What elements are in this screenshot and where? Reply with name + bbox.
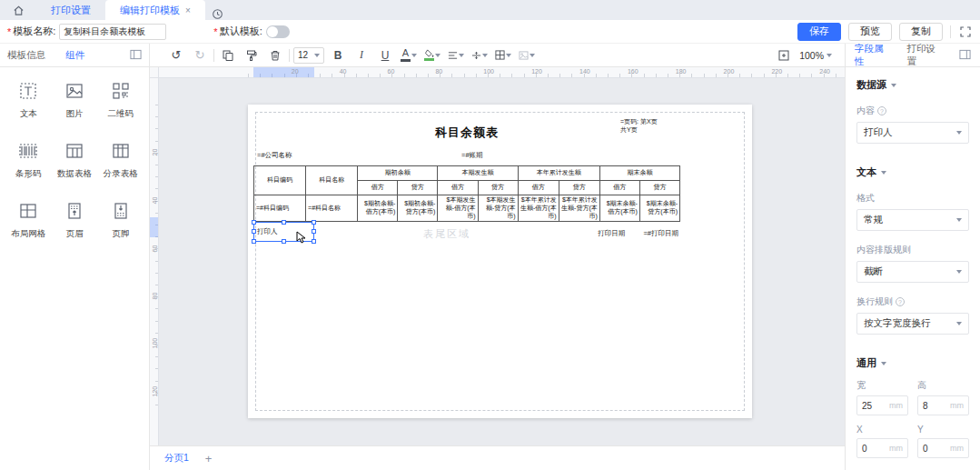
section-general[interactable]: 通用 [856,356,969,370]
component-image[interactable]: 图片 [52,80,98,120]
template-page[interactable]: =页码: 第X页 共Y页 科目余额表 =#公司名称 =#账期 科目编码 科目名称… [248,105,752,418]
preview-button[interactable]: 预览 [848,23,892,41]
template-name-input[interactable] [59,24,166,40]
component-entry-table[interactable]: 分录表格 [97,140,144,180]
ruler-label: 180 [676,68,687,75]
copy-button[interactable]: 复制 [899,23,943,41]
image-format-button[interactable] [517,46,537,65]
cell-period-credit[interactable]: $本期发生额-贷方(本币) [478,195,518,222]
close-icon[interactable]: × [185,5,191,15]
tab-template-info[interactable]: 模板信息 [7,49,45,62]
align-button[interactable] [446,46,466,65]
cell-closing-credit[interactable]: $期末余额-贷方(本币) [639,195,679,222]
tab-edit-print-template[interactable]: 编辑打印模板 × [105,0,205,20]
x-input-wrap: mm [856,438,908,458]
resize-handle[interactable] [312,220,316,225]
design-canvas[interactable]: 20406080100120140160180200220240 2040608… [150,67,845,445]
barcode-component-icon [17,140,39,164]
tab-field-properties[interactable]: 字段属性 [855,43,889,68]
tab-components[interactable]: 组件 [65,49,84,62]
resize-handle[interactable] [312,229,316,234]
page-header-component-icon [64,200,85,224]
company-name-field[interactable]: =#公司名称 [257,151,292,160]
component-data-table[interactable]: 数据表格 [52,140,98,180]
wrap-rule-select[interactable]: 按文字宽度换行 [856,313,969,335]
fullscreen-icon[interactable] [958,25,973,39]
width-unit: mm [889,401,903,410]
page-tab-1[interactable]: 分页1 [164,452,189,465]
format-painter-icon[interactable] [242,46,262,65]
top-tab-bar: 打印设置 编辑打印模板 × [0,0,980,20]
content-label: 内容 [856,105,875,117]
print-date-field[interactable]: =#打印日期 [643,229,678,237]
period-field[interactable]: =#账期 [461,151,483,160]
delete-icon[interactable] [265,46,285,65]
resize-handle[interactable] [282,239,286,244]
default-template-toggle[interactable] [266,25,290,38]
resize-handle[interactable] [312,239,316,244]
y-input[interactable] [923,444,948,454]
section-datasource[interactable]: 数据源 [856,78,969,92]
cell-subject-code[interactable]: =#科目编码 [254,195,306,222]
bold-button[interactable]: B [328,46,348,65]
component-barcode[interactable]: 条形码 [5,140,52,180]
component-page-header[interactable]: 页眉 [52,200,98,240]
home-icon[interactable] [0,0,36,20]
underline-button[interactable]: U [375,46,395,65]
italic-button[interactable]: I [351,46,371,65]
component-text[interactable]: 文本 [5,80,52,120]
section-text[interactable]: 文本 [856,165,969,179]
height-input[interactable] [923,401,948,411]
history-icon[interactable] [205,8,231,20]
qrcode-component-icon [110,80,132,104]
text-component-icon [17,80,39,104]
cell-ytd-credit[interactable]: $本年累计发生额-贷方(本币) [559,195,599,222]
undo-icon[interactable]: ↺ [166,46,186,65]
bg-color-button[interactable] [422,46,442,65]
font-color-button[interactable]: A [399,46,419,65]
font-size-select[interactable]: 12 [293,47,324,64]
component-qrcode[interactable]: 二维码 [97,80,144,120]
resize-handle[interactable] [252,229,256,234]
info-icon: ? [877,106,886,115]
cell-opening-debit[interactable]: $期初余额-借方(本币) [358,195,398,222]
collapse-right-panel-icon[interactable] [959,49,971,62]
layout-rule-select[interactable]: 截断 [856,261,969,283]
component-label: 布局网格 [11,228,45,240]
resize-handle[interactable] [282,220,286,225]
resize-handle[interactable] [252,239,256,244]
chevron-down-icon [881,362,886,365]
format-select[interactable]: 常规 [856,209,969,231]
content-select[interactable]: 打印人 [856,122,969,144]
x-input[interactable] [862,444,887,454]
cell-opening-credit[interactable]: $期初余额-贷方(本币) [398,195,438,222]
tab-print-settings[interactable]: 打印设置 [36,0,105,20]
fit-screen-icon[interactable] [774,46,794,65]
balance-table[interactable]: 科目编码 科目名称 期初余额 本期发生额 本年累计发生额 期末余额 借方 贷方 … [253,165,680,222]
chevron-down-icon [956,270,962,274]
component-label: 分录表格 [104,168,138,180]
group-header-opening: 期初余额 [358,166,438,181]
save-button[interactable]: 保存 [797,23,841,41]
width-input[interactable] [862,401,887,411]
border-button[interactable] [493,46,513,65]
cell-subject-name[interactable]: =#科目名称 [306,195,358,222]
add-page-button[interactable]: + [205,452,213,465]
collapse-left-panel-icon[interactable] [130,49,142,62]
tab-print-setup[interactable]: 打印设置 [907,43,942,68]
group-header-ytd: 本年累计发生额 [518,166,599,181]
cell-period-debit[interactable]: $本期发生额-借方(本币) [438,195,478,222]
zoom-select[interactable]: 100% [799,50,832,61]
zoom-controls: 100% [774,44,845,66]
component-layout-grid[interactable]: 布局网格 [5,200,52,240]
vertical-align-button[interactable] [470,46,490,65]
ruler-label: 40 [152,195,158,205]
document-title[interactable]: 科目余额表 [255,125,678,141]
component-page-footer[interactable]: 页脚 [97,200,144,240]
component-label: 页眉 [65,228,83,240]
copy-element-icon[interactable] [218,46,238,65]
cell-closing-debit[interactable]: $期末余额-借方(本币) [599,195,639,222]
resize-handle[interactable] [252,220,256,225]
cell-ytd-debit[interactable]: $本年累计发生额-借方(本币) [518,195,559,222]
redo-icon[interactable]: ↻ [190,46,210,65]
